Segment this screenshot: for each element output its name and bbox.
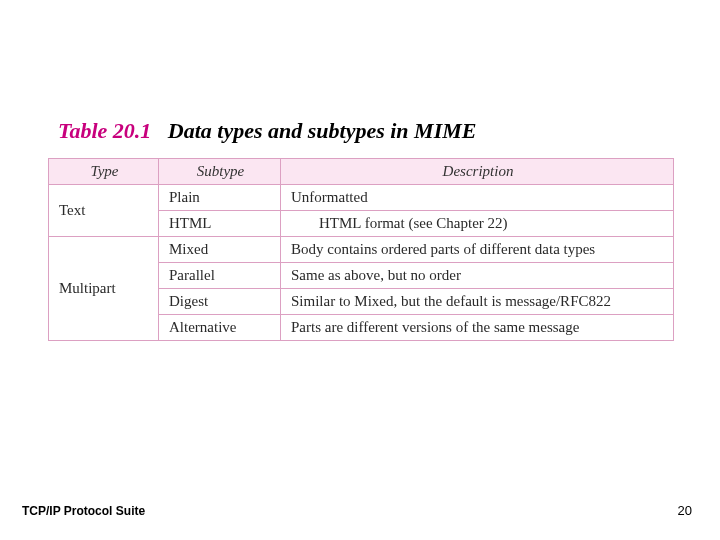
cell-subtype: Digest xyxy=(159,289,281,315)
slide: Table 20.1 Data types and subtypes in MI… xyxy=(0,0,720,540)
col-header-type: Type xyxy=(49,159,159,185)
table-number: Table 20.1 xyxy=(58,118,151,143)
cell-type-multipart: Multipart xyxy=(49,237,159,341)
table-row: Multipart Mixed Body contains ordered pa… xyxy=(49,237,674,263)
mime-table-container: Type Subtype Description Text Plain Unfo… xyxy=(48,158,674,341)
cell-type-text: Text xyxy=(49,185,159,237)
cell-desc: Unformatted xyxy=(281,185,674,211)
cell-subtype: Mixed xyxy=(159,237,281,263)
cell-subtype: Plain xyxy=(159,185,281,211)
table-header-row: Type Subtype Description xyxy=(49,159,674,185)
cell-desc: Parts are different versions of the same… xyxy=(281,315,674,341)
cell-desc: HTML format (see Chapter 22) xyxy=(281,211,674,237)
cell-desc: Same as above, but no order xyxy=(281,263,674,289)
cell-desc: Similar to Mixed, but the default is mes… xyxy=(281,289,674,315)
cell-subtype: Alternative xyxy=(159,315,281,341)
table-row: Text Plain Unformatted xyxy=(49,185,674,211)
col-header-description: Description xyxy=(281,159,674,185)
cell-subtype: Parallel xyxy=(159,263,281,289)
table-title: Data types and subtypes in MIME xyxy=(168,118,477,143)
page-number: 20 xyxy=(678,503,692,518)
footer-text: TCP/IP Protocol Suite xyxy=(22,504,145,518)
cell-subtype: HTML xyxy=(159,211,281,237)
table-caption: Table 20.1 Data types and subtypes in MI… xyxy=(58,118,476,144)
cell-desc: Body contains ordered parts of different… xyxy=(281,237,674,263)
mime-table: Type Subtype Description Text Plain Unfo… xyxy=(48,158,674,341)
col-header-subtype: Subtype xyxy=(159,159,281,185)
